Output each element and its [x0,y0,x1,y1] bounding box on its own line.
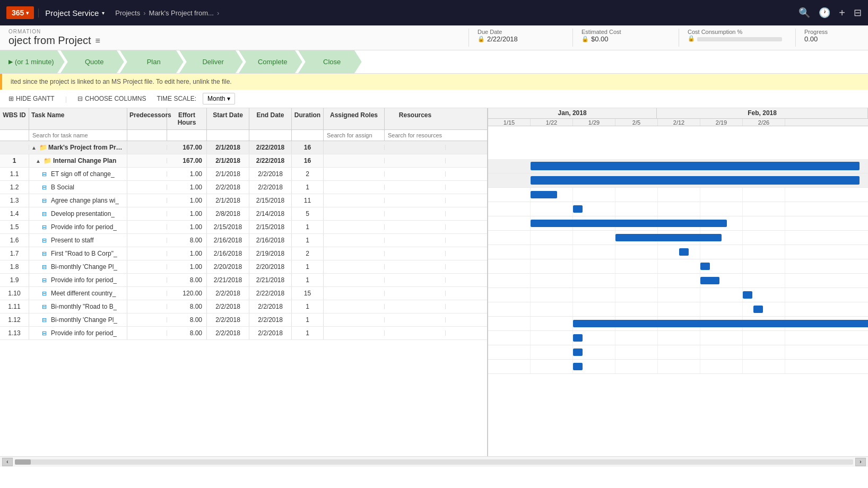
resources-search-input[interactable] [385,130,446,141]
task-row[interactable]: 1 ▲📁 Internal Change Plan 167.00 2/1/201… [0,154,487,168]
cell-task: ⊟ Provide info for period_ [29,221,127,233]
task-row[interactable]: 1.5 ⊟ Provide info for period_ 1.00 2/15… [0,221,487,234]
task-row[interactable]: 1.4 ⊟ Develop presentation_ 1.00 2/8/201… [0,207,487,221]
gantt-month-feb: Feb, 2018 [657,108,868,118]
gantt-cell [743,360,785,373]
gantt-cell [658,274,700,287]
cell-start: 2/2/2018 [207,287,249,300]
projects-link[interactable]: Projects [115,9,140,17]
task-row[interactable]: 1.3 ⊟ Agree change plans wi_ 1.00 2/1/20… [0,194,487,207]
gantt-row [488,331,868,345]
cell-effort: 1.00 [167,168,207,180]
gantt-cell [573,288,615,302]
gantt-row [488,302,868,317]
chevron-down-icon[interactable]: ▾ [26,10,29,16]
cost-consumption-label: Cost Consumption % [688,29,785,35]
gantt-cell [488,188,531,202]
cell-pred [127,277,167,283]
task-row[interactable]: 1.7 ⊟ First "Road to B Corp"_ 1.00 2/16/… [0,247,487,260]
gantt-cell [531,288,573,302]
gantt-cell [573,188,615,202]
cell-effort: 120.00 [167,287,207,300]
scroll-right-btn[interactable]: › [855,458,866,466]
expand-icon[interactable]: ▲ [31,145,38,151]
history-icon[interactable]: 🕐 [819,7,830,19]
choose-columns-button[interactable]: ⊟ CHOOSE COLUMNS [73,93,150,104]
gantt-cell [615,331,658,345]
office-365-logo[interactable]: 365 ▾ [6,6,34,19]
scroll-track[interactable] [15,459,853,465]
col-header-roles: Assigned Roles [324,108,385,129]
current-project-link[interactable]: Mark's Project from... [149,9,214,17]
cell-roles [324,291,385,296]
gantt-cell [488,245,531,259]
task-grid: WBS ID Task Name Predecessors Effort Hou… [0,108,488,456]
scroll-thumb[interactable] [15,459,31,465]
task-row[interactable]: 1.10 ⊟ Meet different country_ 120.00 2/… [0,287,487,300]
cell-dur: 1 [292,260,324,273]
stage-complete[interactable]: Complete [239,50,302,74]
gantt-bar [573,334,583,342]
cell-task: ⊟ Meet different country_ [29,287,127,300]
cell-end: 2/2/2018 [249,168,292,180]
task-icon: ⊟ [42,250,49,257]
task-row[interactable]: 1.13 ⊟ Provide info for period_ 8.00 2/2… [0,327,487,340]
timescale-dropdown[interactable]: Month ▾ [203,93,235,104]
cell-dur: 1 [292,327,324,339]
cell-start: 2/2/2018 [207,300,249,313]
task-row[interactable]: 1.2 ⊟ B Social 1.00 2/2/2018 2/2/2018 1 [0,181,487,194]
lock-icon: 🔒 [478,36,485,42]
top-navigation: 365 ▾ Project Service ▾ Projects › Mark'… [0,0,868,25]
cell-wbs: 1.8 [0,260,29,273]
add-icon[interactable]: + [839,7,845,19]
chevron-down-icon[interactable]: ▾ [102,10,105,16]
gantt-cell [700,202,743,216]
task-search-input[interactable] [29,130,127,141]
stage-close[interactable]: Close [298,50,362,74]
task-row[interactable]: 1.8 ⊟ Bi-monthly 'Change Pl_ 1.00 2/20/2… [0,260,487,274]
cell-start: 2/16/2018 [207,247,249,260]
task-row[interactable]: 1.12 ⊟ Bi-monthly 'Change Pl_ 8.00 2/2/2… [0,313,487,327]
folder-icon: 📁 [39,144,47,151]
scroll-left-btn[interactable]: ‹ [2,458,13,466]
stage-deliver[interactable]: Deliver [179,50,243,74]
roles-search-input[interactable] [324,130,385,141]
nav-action-icons: 🔍 🕐 + ⊟ [798,7,862,19]
cell-roles [324,251,385,256]
gantt-row [488,345,868,360]
gantt-cell [488,317,531,330]
filter-icon[interactable]: ⊟ [854,7,862,19]
task-row[interactable]: 1.11 ⊟ Bi-monthly "Road to B_ 8.00 2/2/2… [0,300,487,313]
gantt-row [488,202,868,216]
cell-pred [127,224,167,230]
stage-plan[interactable]: Plan [120,50,184,74]
cell-wbs: 1.6 [0,234,29,247]
task-row[interactable]: 1.6 ⊟ Present to staff 8.00 2/16/2018 2/… [0,234,487,247]
gantt-cell [658,302,700,316]
cell-end: 2/15/2018 [249,194,292,207]
task-row[interactable]: ▲📁 Mark's Project from Project 167.00 2/… [0,141,487,154]
chevron-down-icon: ▾ [227,95,230,102]
cell-res [385,158,446,163]
cell-dur: 1 [292,234,324,247]
gantt-cell [531,259,573,273]
cell-wbs: 1.2 [0,181,29,194]
stage-current[interactable]: ▶ (or 1 minute) [0,50,65,74]
cell-end: 2/22/2018 [249,141,292,154]
scroll-bar[interactable]: ‹ › [0,456,868,467]
gantt-cell [531,231,573,245]
stage-quote[interactable]: Quote [60,50,124,74]
expand-icon[interactable]: ▲ [36,158,42,164]
cell-task: ⊟ First "Road to B Corp"_ [29,247,127,260]
cell-task: ⊟ Agree change plans wi_ [29,194,127,207]
task-row[interactable]: 1.1 ⊟ ET sign off of change_ 1.00 2/1/20… [0,168,487,181]
hide-gantt-button[interactable]: ⊞ HIDE GANTT [4,93,59,104]
gantt-cell [743,345,785,359]
gantt-cell [573,245,615,259]
task-row[interactable]: 1.9 ⊟ Provide info for period_ 8.00 2/21… [0,274,487,287]
cell-dur: 2 [292,247,324,260]
col-header-duration: Duration [292,108,324,129]
cell-wbs: 1.7 [0,247,29,260]
menu-icon[interactable]: ≡ [96,36,100,46]
search-icon[interactable]: 🔍 [798,7,810,19]
